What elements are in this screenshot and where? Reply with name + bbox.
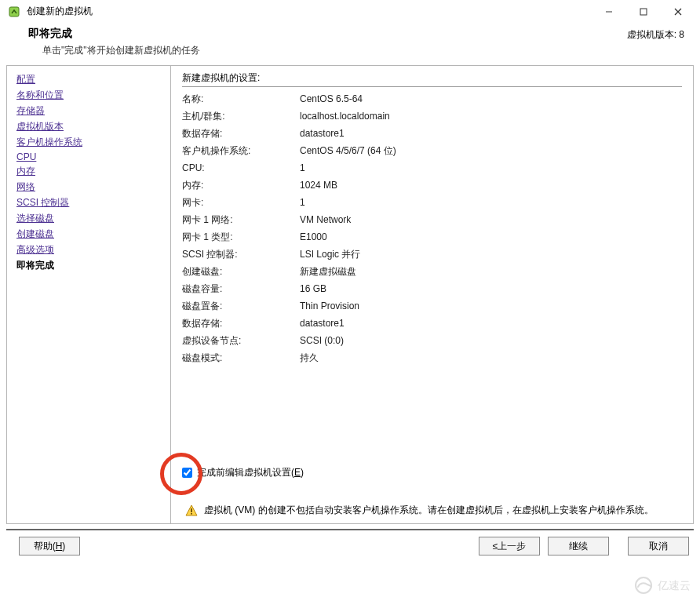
- settings-row: 客户机操作系统:CentOS 4/5/6/7 (64 位): [182, 142, 682, 159]
- page-title: 即将完成: [28, 27, 684, 41]
- sidebar-step-network[interactable]: 网络: [16, 180, 161, 194]
- wizard-header: 即将完成 单击"完成"将开始创建新虚拟机的任务 虚拟机版本: 8: [0, 24, 700, 65]
- wizard-footer: 帮助(H) ≤上一步 继续 取消: [6, 529, 694, 562]
- settings-row: 名称:CentOS 6.5-64: [182, 90, 682, 107]
- window-title: 创建新的虚拟机: [27, 5, 93, 18]
- edit-before-finish-label[interactable]: 完成前编辑虚拟机设置(E): [197, 466, 304, 479]
- wizard-body: 配置 名称和位置 存储器 虚拟机版本 客户机操作系统 CPU 内存 网络 SCS…: [0, 65, 700, 524]
- help-button[interactable]: 帮助(H): [19, 537, 80, 555]
- sidebar-step-storage[interactable]: 存储器: [16, 104, 161, 118]
- sidebar-step-select-disk[interactable]: 选择磁盘: [16, 212, 161, 225]
- settings-row: 数据存储:datastore1: [182, 315, 682, 332]
- settings-row: 内存:1024 MB: [182, 177, 682, 194]
- wizard-main-panel: 新建虚拟机的设置: 名称:CentOS 6.5-64 主机/群集:localho…: [171, 65, 694, 524]
- sidebar-step-create-disk[interactable]: 创建磁盘: [16, 228, 161, 241]
- wizard-steps-sidebar: 配置 名称和位置 存储器 虚拟机版本 客户机操作系统 CPU 内存 网络 SCS…: [6, 65, 171, 524]
- page-subtitle: 单击"完成"将开始创建新虚拟机的任务: [42, 44, 684, 57]
- sidebar-step-vm-version[interactable]: 虚拟机版本: [16, 120, 161, 133]
- info-note: 虚拟机 (VM) 的创建不包括自动安装客户机操作系统。请在创建虚拟机后，在虚拟机…: [177, 503, 682, 517]
- svg-text:亿速云: 亿速云: [657, 579, 691, 592]
- settings-table: 名称:CentOS 6.5-64 主机/群集:localhost.localdo…: [182, 90, 682, 366]
- watermark: 亿速云: [633, 575, 695, 598]
- settings-row: 虚拟设备节点:SCSI (0:0): [182, 332, 682, 349]
- cancel-button[interactable]: 取消: [628, 537, 689, 555]
- app-icon: [8, 5, 20, 18]
- settings-row: 磁盘置备:Thin Provision: [182, 297, 682, 315]
- info-message: 虚拟机 (VM) 的创建不包括自动安装客户机操作系统。请在创建虚拟机后，在虚拟机…: [204, 503, 682, 517]
- edit-before-finish-checkbox[interactable]: [182, 468, 192, 478]
- settings-row: 磁盘模式:持久: [182, 349, 682, 366]
- settings-row: 网卡 1 类型:E1000: [182, 228, 682, 246]
- sidebar-step-advanced[interactable]: 高级选项: [16, 243, 161, 257]
- sidebar-step-finish: 即将完成: [16, 259, 161, 272]
- sidebar-step-config[interactable]: 配置: [16, 73, 161, 86]
- vm-version-label: 虚拟机版本: 8: [627, 28, 684, 42]
- settings-section-title: 新建虚拟机的设置:: [182, 71, 682, 87]
- sidebar-step-cpu[interactable]: CPU: [16, 151, 161, 162]
- settings-row: 数据存储:datastore1: [182, 125, 682, 142]
- settings-row: 创建磁盘:新建虚拟磁盘: [182, 263, 682, 280]
- warning-icon: [185, 504, 198, 517]
- settings-row: 网卡 1 网络:VM Network: [182, 211, 682, 228]
- svg-rect-2: [640, 9, 647, 15]
- settings-row: SCSI 控制器:LSI Logic 并行: [182, 246, 682, 263]
- maximize-button[interactable]: [626, 2, 661, 21]
- edit-before-finish-row: 完成前编辑虚拟机设置(E): [177, 466, 682, 479]
- continue-button[interactable]: 继续: [548, 537, 609, 555]
- sidebar-step-scsi[interactable]: SCSI 控制器: [16, 196, 161, 209]
- svg-rect-6: [191, 508, 192, 512]
- svg-rect-0: [9, 7, 19, 16]
- sidebar-step-memory[interactable]: 内存: [16, 165, 161, 178]
- sidebar-step-guest-os[interactable]: 客户机操作系统: [16, 136, 161, 149]
- svg-rect-7: [191, 513, 192, 515]
- settings-row: 网卡:1: [182, 194, 682, 211]
- settings-row: 磁盘容量:16 GB: [182, 280, 682, 297]
- close-button[interactable]: [661, 2, 695, 21]
- minimize-button[interactable]: [592, 2, 626, 21]
- sidebar-step-name-location[interactable]: 名称和位置: [16, 89, 161, 102]
- window-titlebar: 创建新的虚拟机: [0, 0, 700, 24]
- settings-row: CPU:1: [182, 159, 682, 177]
- settings-row: 主机/群集:localhost.localdomain: [182, 107, 682, 125]
- back-button[interactable]: ≤上一步: [479, 537, 540, 555]
